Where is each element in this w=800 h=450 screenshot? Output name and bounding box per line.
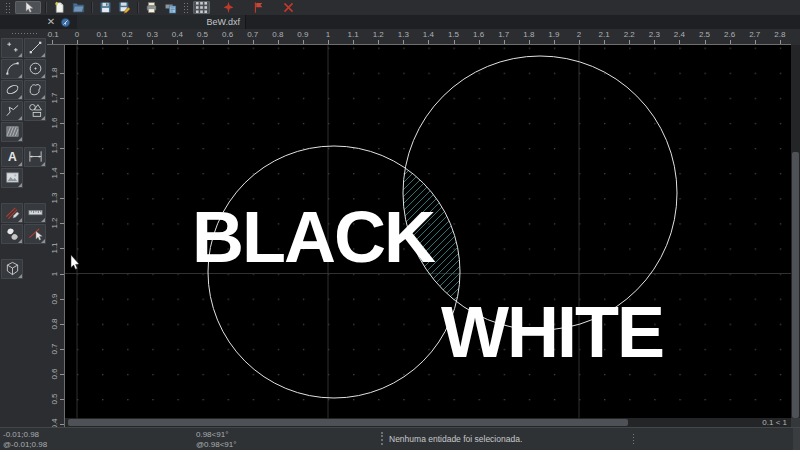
draft-mode-button[interactable]	[220, 1, 237, 14]
new-file-button[interactable]	[51, 1, 68, 14]
h-ruler-tick	[428, 40, 429, 44]
arc-icon	[5, 61, 20, 76]
resize-grip[interactable]	[793, 428, 800, 450]
draft-star-icon	[222, 1, 235, 14]
save-as-button[interactable]	[116, 1, 133, 14]
h-ruler-label: 0.8	[272, 30, 283, 39]
tab-bew-dxf[interactable]: BeW.dxf	[77, 15, 246, 29]
grid-toggle-button[interactable]	[193, 1, 210, 14]
polylines-tool[interactable]	[1, 101, 23, 121]
v-ruler-tick	[60, 123, 64, 124]
v-ruler-tick	[60, 349, 64, 350]
v-ruler-label: 1.3	[50, 193, 59, 204]
h-ruler-tick	[705, 40, 706, 44]
tool-row	[0, 79, 47, 100]
h-ruler-label: 1.6	[473, 30, 484, 39]
v-ruler-label: 0.8	[50, 318, 59, 329]
v-ruler-tick	[60, 274, 64, 275]
splines-tool[interactable]	[24, 80, 46, 100]
drawing-canvas[interactable]: BLACK WHITE	[65, 45, 791, 418]
image-tool[interactable]	[1, 168, 23, 188]
close-tab-icon[interactable]: ✕	[46, 17, 56, 27]
toolbar-spacer	[0, 188, 47, 202]
print-button[interactable]	[143, 1, 160, 14]
h-ruler-label: 0.7	[247, 30, 258, 39]
h-ruler-tick	[579, 40, 580, 44]
arcs-tool[interactable]	[1, 59, 23, 79]
modify-tool[interactable]	[1, 203, 23, 223]
text-icon: A	[5, 149, 20, 164]
h-ruler-label: 2.2	[624, 30, 635, 39]
v-ruler-label: 1.1	[50, 243, 59, 254]
statusbar-splitter[interactable]	[381, 432, 383, 445]
h-ruler-tick	[529, 40, 530, 44]
v-ruler-tick	[60, 173, 64, 174]
entity-visibility-button[interactable]	[280, 1, 297, 14]
h-ruler-tick	[177, 40, 178, 44]
image-icon	[5, 170, 20, 185]
text-tool[interactable]: A	[1, 147, 23, 167]
tool-row	[0, 100, 47, 121]
v-ruler-tick	[60, 223, 64, 224]
svg-text:A: A	[8, 150, 17, 164]
toolbar-drag-handle[interactable]	[5, 2, 11, 13]
tool-row	[0, 167, 47, 188]
h-ruler-tick	[228, 40, 229, 44]
select-tool-button[interactable]	[15, 1, 41, 14]
v-ruler-tick	[60, 424, 64, 425]
ellipse-icon	[5, 82, 20, 97]
h-ruler-tick	[278, 40, 279, 44]
v-ruler-label: 0.5	[50, 393, 59, 404]
grid-icon	[195, 1, 208, 14]
save-button[interactable]	[97, 1, 114, 14]
points-tool[interactable]	[1, 38, 23, 58]
h-ruler-label: -0.1	[47, 30, 59, 39]
hatch-tool[interactable]	[1, 122, 23, 142]
toolbar-drag-handle[interactable]	[11, 32, 37, 36]
h-ruler-label: 0	[75, 30, 79, 39]
spline-icon	[28, 82, 43, 97]
h-ruler-tick	[353, 40, 354, 44]
dimensions-tool[interactable]	[24, 147, 46, 167]
select-entity-tool[interactable]	[24, 224, 46, 244]
print-preview-button[interactable]	[162, 1, 179, 14]
open-file-button[interactable]	[70, 1, 87, 14]
horizontal-scrollbar[interactable]: 0.1 < 1	[65, 418, 791, 427]
lines-tool[interactable]	[24, 38, 46, 58]
h-ruler-label: 0.5	[197, 30, 208, 39]
h-ruler-tick	[730, 40, 731, 44]
open-folder-icon	[72, 1, 85, 14]
construction-toggle-button[interactable]	[250, 1, 267, 14]
v-ruler-label: 0.7	[50, 343, 59, 354]
main-toolbar	[0, 0, 800, 15]
toolbar-drag-handle[interactable]	[183, 2, 189, 13]
h-ruler-label: 1.5	[448, 30, 459, 39]
horizontal-scrollbar-thumb[interactable]	[68, 419, 628, 426]
h-ruler-label: 1.3	[398, 30, 409, 39]
relative-coordinates: @-0.01;0.98	[3, 440, 47, 449]
horizontal-ruler: -0.100.10.20.30.40.50.60.70.80.911.11.21…	[47, 29, 791, 45]
order-tool[interactable]	[1, 224, 23, 244]
statusbar-drag-handle[interactable]	[632, 433, 636, 445]
h-ruler-tick	[554, 40, 555, 44]
black-text-entity[interactable]: BLACK	[192, 197, 436, 277]
vertical-scrollbar[interactable]	[791, 45, 800, 418]
order-icon	[5, 226, 20, 241]
h-ruler-label: 1.7	[498, 30, 509, 39]
white-text-entity[interactable]: WHITE	[441, 292, 663, 372]
v-ruler-tick	[60, 198, 64, 199]
v-ruler-tick	[60, 399, 64, 400]
vertical-scrollbar-thumb[interactable]	[792, 152, 799, 418]
measure-tool[interactable]	[24, 203, 46, 223]
h-ruler-tick	[102, 40, 103, 44]
cube-icon	[5, 261, 20, 276]
save-icon	[99, 1, 112, 14]
shapes-tool[interactable]	[24, 101, 46, 121]
ellipses-tool[interactable]	[1, 80, 23, 100]
tool-row	[0, 121, 47, 142]
circles-tool[interactable]	[24, 59, 46, 79]
solid-3d-tool[interactable]	[1, 259, 23, 279]
v-ruler-label: 1.8	[50, 67, 59, 78]
h-ruler-label: 0.1	[97, 30, 108, 39]
grid-status: 0.1 < 1	[762, 418, 787, 427]
